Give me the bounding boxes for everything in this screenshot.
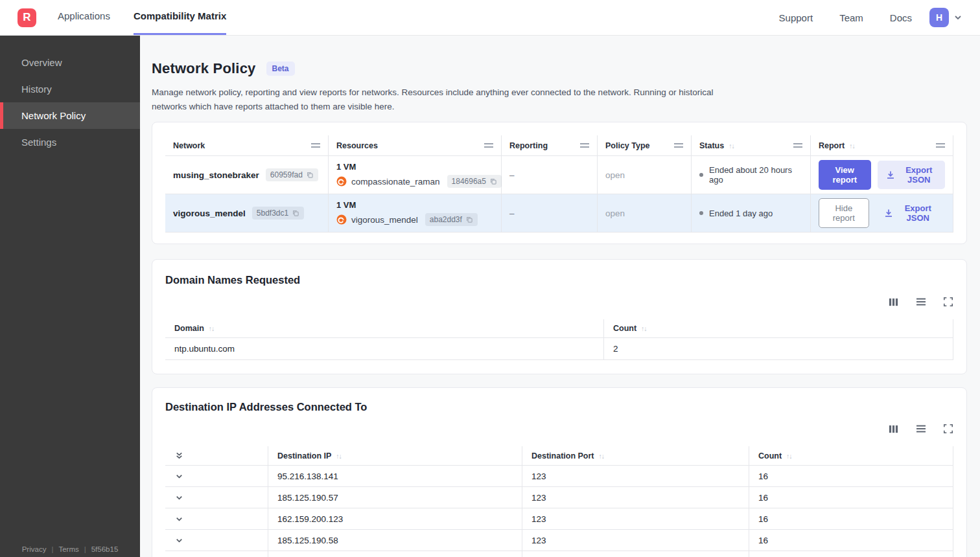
- sidebar-item-history[interactable]: History: [0, 76, 140, 102]
- copy-icon[interactable]: [465, 216, 473, 223]
- sort-icon[interactable]: ↑↓: [729, 142, 734, 150]
- navbar-spacer: [250, 0, 778, 35]
- nav-link-team[interactable]: Team: [839, 12, 863, 23]
- ip-row: 185.125.190.57 123 16: [165, 487, 953, 508]
- vm-id-badge: aba2dd3f: [425, 213, 478, 226]
- privacy-link[interactable]: Privacy: [22, 545, 47, 553]
- destination-ip-value: 185.125.190.58: [277, 536, 338, 545]
- domain-row: ntp.ubuntu.com 2: [165, 338, 953, 360]
- sort-icon[interactable]: ↑↓: [849, 142, 855, 150]
- chevron-down-icon[interactable]: [953, 12, 963, 23]
- row-expand-icon[interactable]: [174, 493, 184, 503]
- column-menu-icon[interactable]: [674, 143, 683, 148]
- row-expand-icon[interactable]: [174, 472, 184, 481]
- copy-icon[interactable]: [489, 177, 497, 185]
- vm-count: 1 VM: [336, 200, 356, 210]
- row-expand-icon[interactable]: [174, 514, 184, 524]
- ip-row: 95.216.100.21 123 16: [165, 551, 953, 557]
- columns-icon[interactable]: [888, 424, 899, 435]
- destination-ip-value: 162.159.200.123: [277, 514, 343, 524]
- sidebar-item-settings[interactable]: Settings: [0, 129, 140, 155]
- sidebar: Overview History Network Policy Settings…: [0, 36, 140, 557]
- vm-id: 184696a5: [452, 177, 486, 186]
- column-header-count: Count: [613, 324, 636, 333]
- networks-table-card: Network Resources Reporting Policy Type: [152, 122, 967, 244]
- destination-port-value: 123: [531, 493, 546, 503]
- beta-badge: Beta: [266, 62, 295, 76]
- vm-id: aba2dd3f: [430, 215, 462, 224]
- navbar-links: Support Team Docs: [779, 0, 912, 35]
- vm-name: vigorous_mendel: [351, 215, 418, 225]
- sidebar-item-overview[interactable]: Overview: [0, 49, 140, 76]
- terms-link[interactable]: Terms: [58, 545, 78, 553]
- network-name: musing_stonebraker: [173, 170, 259, 180]
- primary-tabs: Applications Compatibility Matrix: [58, 0, 250, 35]
- tab-applications[interactable]: Applications: [58, 0, 110, 35]
- copy-icon[interactable]: [306, 171, 314, 179]
- column-header-domain: Domain: [174, 324, 204, 333]
- view-report-button[interactable]: View report: [819, 160, 871, 190]
- sort-icon[interactable]: ↑↓: [786, 452, 792, 460]
- column-header-destination-port: Destination Port: [531, 451, 594, 460]
- network-row: musing_stonebraker 60959fad 1 VM: [165, 156, 953, 194]
- sort-icon[interactable]: ↑↓: [336, 452, 342, 460]
- row-density-icon[interactable]: [915, 296, 927, 308]
- column-header-resources: Resources: [336, 141, 378, 150]
- tab-compatibility-matrix[interactable]: Compatibility Matrix: [134, 0, 226, 35]
- export-json-button[interactable]: Export JSON: [876, 199, 945, 227]
- domains-table: Domain ↑↓ Count ↑↓ ntp.ubuntu.com 2: [165, 319, 953, 360]
- column-menu-icon[interactable]: [936, 143, 945, 148]
- nav-link-docs[interactable]: Docs: [890, 12, 912, 23]
- status-text: Ended 1 day ago: [709, 209, 773, 218]
- sort-icon[interactable]: ↑↓: [599, 452, 605, 460]
- ips-card-toolbar: [165, 423, 953, 435]
- status-dot-icon: [699, 173, 703, 177]
- columns-icon[interactable]: [888, 297, 899, 308]
- domain-names-card: Domain Names Requested: [152, 259, 967, 374]
- column-menu-icon[interactable]: [793, 143, 802, 148]
- network-id: 60959fad: [270, 170, 303, 179]
- user-avatar[interactable]: H: [929, 8, 949, 27]
- footer-divider: |: [51, 545, 53, 553]
- count-value: 16: [758, 472, 768, 481]
- hide-report-button[interactable]: Hide report: [819, 198, 869, 228]
- destination-port-value: 123: [531, 514, 546, 524]
- sidebar-item-network-policy[interactable]: Network Policy: [0, 102, 140, 129]
- export-json-button[interactable]: Export JSON: [878, 161, 945, 189]
- export-json-label: Export JSON: [901, 165, 937, 185]
- fullscreen-icon[interactable]: [943, 297, 953, 307]
- count-value: 16: [758, 514, 768, 524]
- network-id: 5bdf3dc1: [257, 209, 288, 218]
- fullscreen-icon[interactable]: [943, 424, 953, 434]
- vm-os-icon: [336, 214, 347, 225]
- nav-link-support[interactable]: Support: [779, 12, 813, 23]
- vm-count: 1 VM: [336, 162, 356, 172]
- ips-card-title: Destination IP Addresses Connected To: [165, 401, 953, 413]
- export-json-label: Export JSON: [899, 203, 937, 223]
- column-menu-icon[interactable]: [580, 143, 589, 148]
- destination-ips-card: Destination IP Addresses Connected To: [152, 387, 967, 557]
- count-value: 16: [758, 493, 768, 503]
- column-header-destination-ip: Destination IP: [277, 451, 331, 460]
- download-icon: [885, 170, 896, 180]
- sort-icon[interactable]: ↑↓: [209, 324, 215, 332]
- domain-value: ntp.ubuntu.com: [174, 344, 235, 354]
- sort-icon[interactable]: ↑↓: [641, 324, 647, 332]
- column-menu-icon[interactable]: [484, 143, 493, 148]
- build-id: 5f56b15: [91, 545, 119, 553]
- row-expand-icon[interactable]: [174, 536, 184, 545]
- column-menu-icon[interactable]: [311, 143, 320, 148]
- expand-all-icon[interactable]: [174, 451, 184, 460]
- reporting-value: –: [509, 209, 515, 218]
- destination-port-value: 123: [531, 472, 546, 481]
- reporting-value: –: [509, 170, 515, 180]
- column-header-report: Report: [819, 141, 845, 150]
- column-header-status: Status: [699, 141, 724, 150]
- row-density-icon[interactable]: [915, 423, 927, 435]
- sidebar-footer: Privacy|Terms|5f56b15: [0, 545, 140, 553]
- page-title: Network Policy: [152, 60, 256, 77]
- copy-icon[interactable]: [292, 209, 299, 217]
- app-logo[interactable]: R: [18, 8, 36, 27]
- status-text: Ended about 20 hours ago: [709, 165, 802, 185]
- column-header-reporting: Reporting: [509, 141, 548, 150]
